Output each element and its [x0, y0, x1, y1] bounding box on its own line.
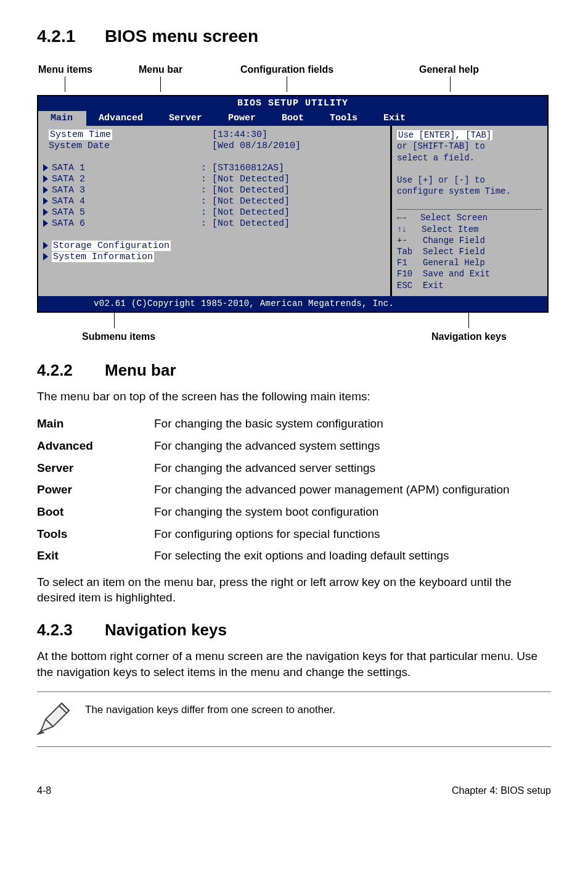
note-box: The navigation keys differ from one scre… [37, 691, 551, 747]
bios-item-storage-cfg: Storage Configuration [52, 241, 171, 251]
nav-paragraph: At the bottom right corner of a menu scr… [37, 648, 551, 680]
def-desc: For changing the system boot configurati… [154, 501, 551, 523]
anno-tick [114, 313, 115, 328]
def-desc: For changing the basic system configurat… [154, 413, 551, 435]
triangle-icon [43, 242, 48, 249]
def-desc: For changing the advanced power manageme… [154, 479, 551, 501]
arrow-lr-icon [397, 213, 405, 223]
pencil-icon [37, 701, 71, 735]
bios-item-sata4: SATA 4 [52, 196, 85, 207]
key-f1: F1 [397, 258, 407, 268]
anno-submenu-items: Submenu items [82, 330, 155, 344]
bios-menu-advanced: Advanced [86, 111, 157, 126]
heading-4-2-1: 4.2.1BIOS menu screen [37, 25, 551, 48]
def-desc: For changing the advanced server setting… [154, 457, 551, 479]
menubar-intro: The menu bar on top of the screen has th… [37, 389, 551, 405]
bios-menubar: Main Advanced Server Power Boot Tools Ex… [38, 111, 547, 126]
key-pm: +- [397, 236, 407, 245]
heading-title: Navigation keys [105, 621, 227, 639]
bios-item-sata5: SATA 5 [52, 207, 85, 218]
anno-tick [450, 76, 451, 92]
bios-item-sata6: SATA 6 [52, 218, 85, 229]
triangle-icon [43, 175, 48, 183]
bios-val-time: [13:44:30] [212, 130, 267, 140]
menubar-outro: To select an item on the menu bar, press… [37, 574, 551, 606]
table-row: PowerFor changing the advanced power man… [37, 479, 551, 501]
table-row: ServerFor changing the advanced server s… [37, 457, 551, 479]
nav-change-field: Change Field [423, 236, 485, 245]
note-text: The navigation keys differ from one scre… [85, 701, 335, 717]
triangle-icon [43, 253, 48, 260]
bios-left-pane: System Time System Date SATA 1 SATA 2 SA… [38, 126, 390, 295]
key-esc: ESC [397, 281, 412, 291]
table-row: BootFor changing the system boot configu… [37, 501, 551, 523]
bios-menu-main: Main [38, 111, 86, 126]
heading-4-2-3: 4.2.3Navigation keys [37, 619, 551, 641]
bios-item-sata2: SATA 2 [52, 174, 85, 184]
triangle-icon [43, 164, 48, 171]
nav-select-field: Select Field [423, 247, 485, 257]
bios-menu-exit: Exit [371, 111, 419, 126]
bios-menu-tools: Tools [317, 111, 371, 126]
bios-menu-server: Server [157, 111, 216, 126]
bios-menu-boot: Boot [269, 111, 317, 126]
heading-num: 4.2.2 [37, 360, 105, 381]
bios-item-system-time: System Time [49, 130, 112, 140]
def-desc: For selecting the exit options and loadi… [154, 545, 551, 567]
heading-title: BIOS menu screen [105, 27, 258, 46]
def-term: Advanced [37, 435, 154, 457]
nav-save-exit: Save and Exit [423, 269, 490, 279]
anno-tick [287, 76, 287, 92]
def-term: Exit [37, 545, 154, 567]
help-line: Use [+] or [-] to [397, 175, 542, 186]
triangle-icon [43, 220, 48, 227]
def-desc: For configuring options for special func… [154, 523, 551, 545]
bios-val-sata6: [Not Detected] [212, 218, 290, 229]
bios-val-date: [Wed 08/18/2010] [212, 141, 301, 151]
anno-config-fields: Configuration fields [240, 63, 333, 76]
bios-titlebar: BIOS SETUP UTILITY [38, 96, 547, 111]
def-desc: For changing the advanced system setting… [154, 435, 551, 457]
def-term: Power [37, 479, 154, 501]
bios-val-sata1: [ST3160812AS] [212, 163, 284, 173]
def-term: Server [37, 457, 154, 479]
arrow-ud-icon [397, 225, 406, 234]
table-row: ToolsFor configuring options for special… [37, 523, 551, 545]
page-number: 4-8 [37, 784, 51, 798]
table-row: ExitFor selecting the exit options and l… [37, 545, 551, 567]
bios-body: System Time System Date SATA 1 SATA 2 SA… [38, 126, 547, 295]
help-line: configure system Time. [397, 186, 542, 197]
help-line: Use [ENTER], [TAB] [397, 130, 492, 140]
anno-menu-items: Menu items [38, 63, 92, 76]
help-line: select a field. [397, 152, 542, 163]
nav-select-screen: Select Screen [420, 213, 488, 223]
heading-num: 4.2.3 [37, 619, 105, 641]
triangle-icon [43, 208, 48, 216]
triangle-icon [43, 197, 48, 205]
bios-footer: v02.61 (C)Copyright 1985-2010, American … [38, 296, 547, 311]
anno-menu-bar: Menu bar [139, 63, 182, 76]
def-term: Tools [37, 523, 154, 545]
nav-exit: Exit [423, 281, 444, 291]
bios-item-sys-info: System Information [52, 252, 154, 262]
bottom-annotations: Submenu items Navigation keys [37, 313, 549, 346]
key-f10: F10 [397, 269, 412, 279]
bios-val-sata5: [Not Detected] [212, 207, 290, 218]
chapter-label: Chapter 4: BIOS setup [452, 784, 551, 798]
anno-tick [468, 313, 469, 328]
heading-num: 4.2.1 [37, 25, 105, 48]
bios-nav-keys: Select Screen Select Item +- Change Fiel… [397, 209, 542, 291]
def-term: Main [37, 413, 154, 435]
svg-marker-0 [41, 703, 69, 732]
bios-item-system-date: System Date [49, 141, 110, 151]
top-annotations: Menu items Menu bar Configuration fields… [37, 63, 549, 95]
bios-val-sata3: [Not Detected] [212, 185, 290, 196]
menu-definitions: MainFor changing the basic system config… [37, 413, 551, 566]
def-term: Boot [37, 501, 154, 523]
anno-tick [65, 76, 65, 92]
bios-menu-power: Power [216, 111, 269, 126]
bios-item-sata1: SATA 1 [52, 163, 85, 173]
bios-item-sata3: SATA 3 [52, 185, 85, 196]
triangle-icon [43, 186, 48, 194]
key-tab: Tab [397, 247, 412, 257]
